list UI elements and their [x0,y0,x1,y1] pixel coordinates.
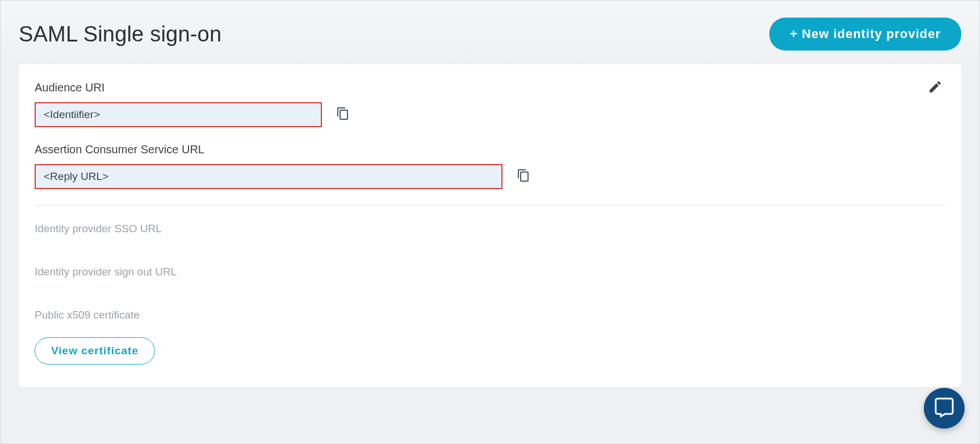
divider [35,205,945,206]
idp-signout-url-label: Identity provider sign out URL [35,266,945,278]
audience-uri-block: Audience URI <Identiifier> [35,81,945,127]
audience-uri-label: Audience URI [35,81,945,94]
view-certificate-button[interactable]: View certificate [35,337,155,365]
chat-icon [934,397,954,420]
idp-signout-url-block: Identity provider sign out URL [35,266,945,278]
acs-url-label: Assertion Consumer Service URL [35,143,945,156]
copy-audience-uri-button[interactable] [334,106,351,123]
audience-uri-row: <Identiifier> [35,102,945,127]
saml-settings-card: Audience URI <Identiifier> Assertion Con… [19,64,961,387]
acs-url-value: <Reply URL> [35,164,502,189]
idp-sso-url-block: Identity provider SSO URL [35,223,945,235]
pencil-icon [928,79,943,97]
public-cert-block: Public x509 certificate View certificate [35,309,945,365]
edit-button[interactable] [925,78,945,98]
idp-sso-url-label: Identity provider SSO URL [35,223,945,235]
public-cert-label: Public x509 certificate [35,309,945,321]
new-identity-provider-button[interactable]: + New identity provider [769,18,961,51]
acs-url-block: Assertion Consumer Service URL <Reply UR… [35,143,945,189]
page-title: SAML Single sign-on [19,22,221,47]
acs-url-row: <Reply URL> [35,164,945,189]
copy-icon [517,169,530,185]
chat-launcher-button[interactable] [924,388,965,429]
page-root: SAML Single sign-on + New identity provi… [0,0,980,444]
page-header: SAML Single sign-on + New identity provi… [1,1,979,51]
copy-icon [336,107,350,123]
copy-acs-url-button[interactable] [515,168,532,185]
audience-uri-value: <Identiifier> [35,102,322,127]
